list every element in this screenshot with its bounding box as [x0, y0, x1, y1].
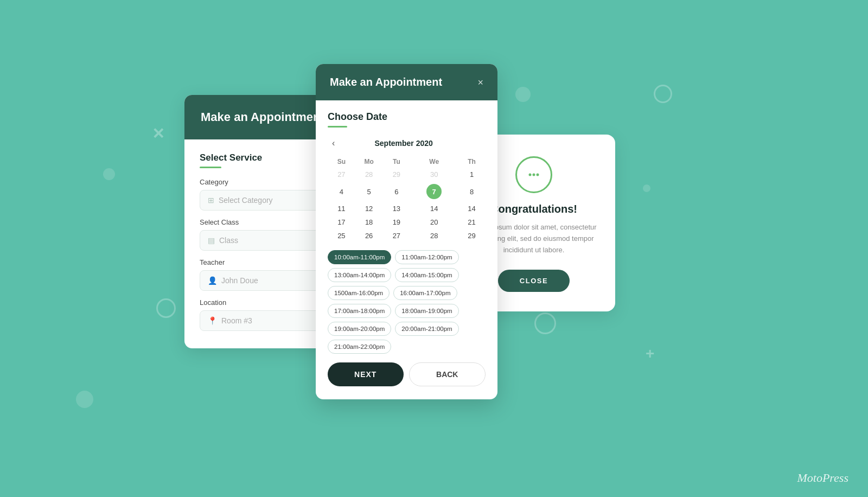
time-slot[interactable]: 21:00am-22:00pm [328, 340, 391, 354]
deco-ring-2 [534, 313, 556, 334]
card-calendar: Make an Appointment × Choose Date ‹ Sept… [316, 64, 497, 399]
prev-month-button[interactable]: ‹ [328, 136, 339, 150]
calendar-grid: Su Mo Tu We Th 2728293014567811121314141… [328, 156, 486, 243]
cal-day[interactable]: 4 [328, 181, 355, 202]
time-slot[interactable]: 1500am-16:00pm [328, 286, 390, 300]
location-placeholder: Room #3 [221, 316, 252, 325]
deco-plus-1: + [646, 345, 654, 362]
cal-header-mo: Mo [355, 156, 383, 168]
deco-x-1: ✕ [152, 125, 164, 143]
category-icon: ⊞ [208, 196, 214, 205]
time-slot[interactable]: 18:00am-19:00pm [395, 304, 458, 318]
card-calendar-body: Choose Date ‹ September 2020 Su Mo Tu We… [316, 100, 497, 399]
motopress-brand: MotoPress [797, 471, 848, 485]
cal-day[interactable]: 8 [458, 181, 486, 202]
svg-point-1 [533, 174, 535, 176]
time-slot[interactable]: 17:00am-18:00pm [328, 304, 391, 318]
time-slots-container: 10:00am-11:00pm11:00am-12:00pm13:00am-14… [328, 250, 486, 354]
calendar-month: September 2020 [374, 139, 432, 148]
category-placeholder: Select Category [219, 196, 273, 205]
cal-day[interactable]: 28 [410, 229, 458, 243]
congrats-icon-container [515, 156, 552, 193]
time-slot[interactable]: 20:00am-21:00pm [395, 322, 458, 336]
cal-header-we: We [410, 156, 458, 168]
cal-day[interactable]: 5 [355, 181, 383, 202]
speech-bubble-icon [515, 156, 552, 193]
cal-day[interactable]: 17 [328, 215, 355, 229]
cal-day[interactable]: 27 [383, 229, 411, 243]
deco-circle-4 [643, 184, 650, 192]
time-slot[interactable]: 13:00am-14:00pm [328, 268, 391, 282]
cal-day[interactable]: 7 [410, 181, 458, 202]
cal-day[interactable]: 13 [383, 202, 411, 215]
location-icon: 📍 [208, 316, 217, 325]
cal-day[interactable]: 18 [355, 215, 383, 229]
next-button[interactable]: NEXT [328, 362, 404, 386]
deco-circle-1 [103, 168, 115, 180]
cal-day[interactable]: 12 [355, 202, 383, 215]
section-underline-1 [200, 167, 221, 168]
cal-day[interactable]: 21 [458, 215, 486, 229]
cal-header-tu: Tu [383, 156, 411, 168]
deco-circle-5 [76, 391, 93, 408]
cal-day[interactable]: 20 [410, 215, 458, 229]
card-calendar-title: Make an Appointment [330, 76, 442, 88]
deco-circle-3 [515, 87, 531, 102]
cal-day[interactable]: 25 [328, 229, 355, 243]
class-icon: ▤ [208, 236, 215, 245]
section-underline-2 [328, 126, 347, 128]
teacher-icon: 👤 [208, 276, 217, 285]
cal-day[interactable]: 30 [410, 168, 458, 181]
close-button-x[interactable]: × [477, 78, 483, 87]
class-placeholder: Class [219, 236, 238, 245]
cal-day[interactable]: 28 [355, 168, 383, 181]
time-slot[interactable]: 16:00am-17:00pm [393, 286, 457, 300]
cal-day[interactable]: 26 [355, 229, 383, 243]
time-slot[interactable]: 10:00am-11:00pm [328, 250, 391, 264]
cal-header-th: Th [458, 156, 486, 168]
teacher-placeholder: John Doue [221, 276, 258, 285]
svg-point-0 [529, 174, 532, 176]
svg-point-2 [537, 174, 539, 176]
time-slot[interactable]: 14:00am-15:00pm [395, 268, 458, 282]
cal-day[interactable]: 14 [410, 202, 458, 215]
cal-day[interactable]: 27 [328, 168, 355, 181]
congrats-close-button[interactable]: CLOSE [498, 270, 570, 292]
cal-day[interactable]: 6 [383, 181, 411, 202]
deco-ring-1 [156, 298, 176, 318]
choose-date-heading: Choose Date [328, 111, 486, 123]
calendar-nav: ‹ September 2020 [328, 136, 486, 150]
cal-header-su: Su [328, 156, 355, 168]
deco-ring-3 [654, 85, 672, 103]
card-calendar-header: Make an Appointment × [316, 64, 497, 100]
time-slot[interactable]: 11:00am-12:00pm [395, 250, 458, 264]
cal-day[interactable]: 11 [328, 202, 355, 215]
action-buttons: NEXT BACK [328, 362, 486, 386]
cal-day[interactable]: 19 [383, 215, 411, 229]
cal-day[interactable]: 29 [383, 168, 411, 181]
time-slot[interactable]: 19:00am-20:00pm [328, 322, 391, 336]
cal-day[interactable]: 29 [458, 229, 486, 243]
cal-day[interactable]: 1 [458, 168, 486, 181]
back-button[interactable]: BACK [409, 362, 486, 386]
cal-day[interactable]: 14 [458, 202, 486, 215]
